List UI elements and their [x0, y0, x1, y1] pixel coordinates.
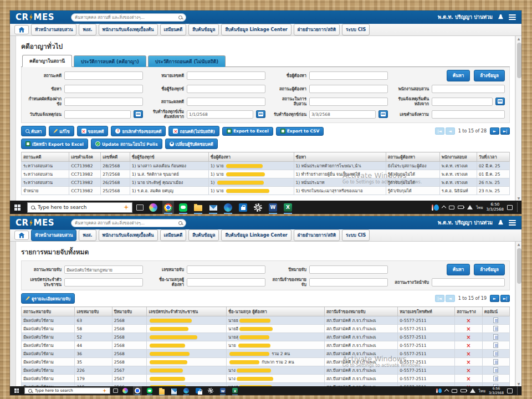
- nav-tab-4[interactable]: สืบค้นข้อมูล: [188, 24, 219, 35]
- scrollbar[interactable]: ▲ ▼: [515, 36, 521, 201]
- text-input[interactable]: [309, 71, 388, 80]
- search-icon[interactable]: [178, 221, 182, 225]
- column-header[interactable]: ชื่อ-นามสกุล ผู้ต้องหา: [226, 307, 324, 316]
- document-icon[interactable]: [493, 376, 498, 381]
- action-button[interactable]: ดูรายละเอียดหมายจับ: [21, 293, 75, 304]
- table-row[interactable]: มีผลบังคับใช้ตาม632568นายธสภ.บึงสามัคคี …: [22, 316, 510, 325]
- settings-icon[interactable]: [252, 201, 264, 214]
- document-icon[interactable]: [493, 351, 498, 356]
- text-input[interactable]: 1/1/2568: [187, 110, 253, 119]
- battery-icon[interactable]: [461, 389, 467, 392]
- last-page-button[interactable]: ►|: [500, 127, 510, 135]
- column-header[interactable]: สถานะผู้ต้องหา: [386, 152, 439, 162]
- column-header[interactable]: สถานีเจ้าของหมายจับ: [324, 307, 397, 316]
- column-header[interactable]: สถานะราง: [455, 307, 482, 316]
- text-input[interactable]: [187, 98, 265, 106]
- scroll-up-icon[interactable]: ▲: [516, 36, 521, 41]
- column-header[interactable]: เลขคำแจ้งค: [69, 152, 101, 162]
- nav-tab-4[interactable]: สืบค้นข้อมูล: [188, 229, 219, 241]
- chrome-icon[interactable]: [133, 386, 142, 395]
- subtab-0[interactable]: คดีอาญาในสถานี: [22, 55, 72, 67]
- clear-button[interactable]: ล้างข้อมูล: [474, 264, 505, 275]
- nav-tab-1[interactable]: พงส.: [79, 229, 96, 241]
- scroll-down-icon[interactable]: ▼: [516, 381, 521, 386]
- menu-icon[interactable]: [509, 14, 516, 20]
- column-header[interactable]: ชื่อผู้ร้องทุกข์: [130, 152, 208, 162]
- chrome-icon[interactable]: [162, 201, 174, 214]
- copilot-icon[interactable]: [121, 386, 130, 395]
- calendar-button[interactable]: [378, 110, 388, 118]
- table-row[interactable]: มีผลบังคับใช้ตาม3152566นางสสภ.บึงสามัคคี…: [22, 383, 510, 387]
- start-button[interactable]: [14, 204, 21, 211]
- table-row[interactable]: ระหว่างสอบสวนCC71398228/25681) นางสาว แส…: [22, 162, 510, 170]
- table-row[interactable]: มีผลบังคับใช้ตาม2262567นางสภ.บึงสามัคคี …: [22, 366, 510, 375]
- text-input[interactable]: [432, 85, 505, 93]
- action-button[interactable]: Export to Excel: [222, 127, 273, 136]
- subtab-2[interactable]: ประวัติการถอนคดี (ไม่นับสถิติ): [148, 55, 226, 67]
- bell-icon[interactable]: [498, 220, 504, 226]
- scrollbar-thumb[interactable]: [517, 43, 521, 78]
- action-button[interactable]: ✓Update สถานะโอนไป Polis: [91, 139, 162, 149]
- nav-tab-3[interactable]: เสมียนคดี: [160, 24, 187, 35]
- nav-tab-6[interactable]: ฝ่ายอำนวยการ/สถิติ: [294, 24, 340, 35]
- document-icon[interactable]: [493, 326, 498, 331]
- column-header[interactable]: วันที่/เวลา: [477, 152, 510, 162]
- search-icon[interactable]: [178, 16, 182, 19]
- text-input[interactable]: [64, 85, 143, 93]
- display-icon[interactable]: [452, 389, 457, 393]
- weather-icon[interactable]: [432, 204, 439, 211]
- first-page-button[interactable]: |◄: [435, 295, 444, 302]
- text-input[interactable]: [432, 110, 505, 119]
- global-search-input[interactable]: ค้นหาบุคคล สถานที่ และสิ่งของต่างๆ...: [71, 219, 186, 227]
- search-button[interactable]: ค้นหา: [447, 70, 470, 81]
- store-icon[interactable]: [194, 386, 203, 395]
- nav-tab-0[interactable]: หัวหน้างานสอบสวน: [31, 229, 76, 241]
- home-button[interactable]: [14, 231, 29, 240]
- edge-icon[interactable]: [222, 201, 234, 214]
- nav-tab-3[interactable]: เสมียนคดี: [160, 229, 187, 241]
- nav-tab-2[interactable]: พนักงานรับแจ้งเหตุเบื้องต้น: [99, 229, 158, 241]
- text-input[interactable]: [64, 110, 131, 119]
- clear-button[interactable]: ล้างข้อมูล: [474, 70, 505, 81]
- action-button[interactable]: เปิดหน้า Export to Excel: [21, 139, 88, 149]
- language-indicator[interactable]: ไทย: [476, 204, 483, 211]
- next-page-button[interactable]: ►: [490, 127, 499, 135]
- file-explorer-icon[interactable]: [157, 386, 166, 395]
- text-input[interactable]: [432, 98, 493, 106]
- action-button[interactable]: ค้นหา: [21, 126, 46, 136]
- text-input[interactable]: [309, 85, 388, 93]
- tray-expand-icon[interactable]: [442, 206, 446, 210]
- settings-icon[interactable]: [206, 386, 215, 395]
- line-icon[interactable]: [145, 386, 154, 395]
- nav-tab-5[interactable]: สืบค้นข้อมูล Linkage Center: [221, 24, 291, 35]
- home-button[interactable]: [14, 25, 29, 34]
- task-view-button[interactable]: [113, 388, 118, 393]
- text-input[interactable]: มีผลบังคับใช้ตามกฎหมาย: [64, 265, 143, 274]
- action-center-icon[interactable]: [507, 388, 513, 393]
- table-row[interactable]: มีผลบังคับใช้ตาม352568 กับพวก รวม 2 คนสภ…: [22, 358, 510, 366]
- text-input[interactable]: [64, 278, 143, 287]
- start-button[interactable]: [14, 388, 19, 393]
- search-button[interactable]: ค้นหา: [447, 264, 470, 275]
- column-header[interactable]: พนักงานสอบส: [439, 152, 477, 162]
- file-explorer-icon[interactable]: [192, 201, 204, 214]
- action-center-icon[interactable]: [507, 205, 513, 210]
- excel-icon[interactable]: [282, 201, 294, 214]
- nav-tab-2[interactable]: พนักงานรับแจ้งเหตุเบื้องต้น: [99, 24, 158, 35]
- text-input[interactable]: [187, 278, 265, 287]
- copilot-icon[interactable]: [147, 201, 159, 214]
- nav-tab-7[interactable]: ระบบ CIS: [342, 24, 370, 35]
- table-row[interactable]: จำหน่ายCC71398225/25681) ร.ต.อ. สมคิด ยศ…: [22, 187, 510, 195]
- text-input[interactable]: [64, 71, 143, 80]
- table-row[interactable]: มีผลบังคับใช้ตาม362568 รวม 2 คนสภ.บึงสาม…: [22, 350, 510, 358]
- scroll-up-icon[interactable]: ▲: [516, 242, 521, 247]
- nav-tab-6[interactable]: ฝ่ายอำนวยการ/สถิติ: [294, 229, 340, 241]
- text-input[interactable]: 3/3/2568: [309, 110, 376, 119]
- excel-icon[interactable]: [231, 386, 239, 395]
- nav-tab-5[interactable]: สืบค้นข้อมูล Linkage Center: [221, 229, 291, 241]
- scroll-down-icon[interactable]: ▼: [516, 196, 521, 201]
- network-icon[interactable]: [467, 205, 473, 209]
- first-page-button[interactable]: |◄: [435, 127, 444, 135]
- text-input[interactable]: [187, 265, 265, 274]
- nav-tab-0[interactable]: หัวหน้างานสอบสวน: [31, 24, 76, 35]
